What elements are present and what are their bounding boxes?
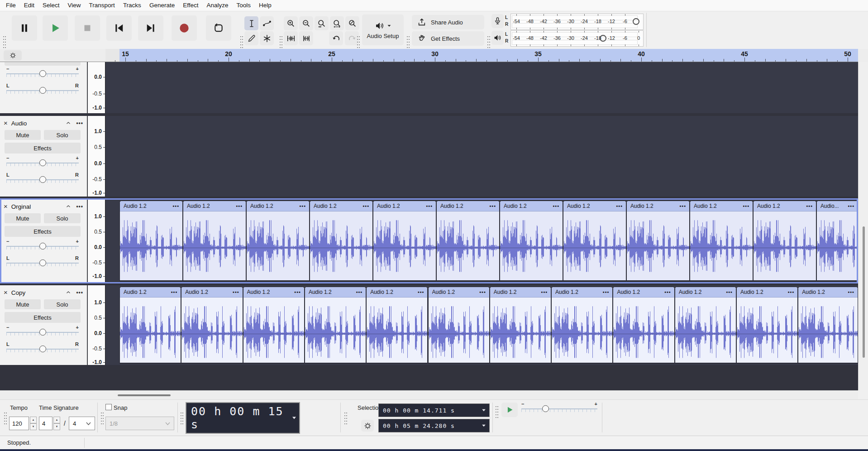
audio-clip[interactable]: Audio 1.2••• <box>246 201 310 281</box>
track-control-panel[interactable]: ×Copy•••MuteSoloEffects−+LR <box>0 285 87 365</box>
clip-body[interactable] <box>310 211 372 280</box>
playback-meter-volume-slider-thumb[interactable] <box>600 35 606 42</box>
play-at-speed-button[interactable] <box>501 403 518 417</box>
mute-button[interactable]: Mute <box>5 213 41 223</box>
audio-clip[interactable]: Audio 1.2••• <box>183 201 246 281</box>
clip-header[interactable]: Audio 1.2••• <box>183 201 246 211</box>
toolbar-grip[interactable] <box>487 35 490 49</box>
clip-menu-icon[interactable]: ••• <box>236 203 243 209</box>
clip-body[interactable] <box>181 297 242 363</box>
menu-item-select[interactable]: Select <box>38 0 64 11</box>
gain-slider[interactable]: −+ <box>6 240 79 252</box>
clip-header[interactable]: Audio 1.2••• <box>798 287 858 297</box>
effects-button[interactable]: Effects <box>5 143 81 154</box>
clip-menu-icon[interactable]: ••• <box>479 289 486 295</box>
track-control-panel[interactable]: −+LR <box>0 62 87 113</box>
time-toolbar-grip[interactable] <box>4 412 7 424</box>
toolbar-grip[interactable] <box>3 35 6 48</box>
time-format-dropdown-icon[interactable] <box>292 417 296 419</box>
clip-header[interactable]: Audio 1.2••• <box>247 201 309 211</box>
track-control-panel[interactable]: ×Audio•••MuteSoloEffects−+LR <box>0 116 87 197</box>
audio-clip[interactable]: Audio 1.2••• <box>243 287 305 364</box>
zoom-toggle-button[interactable] <box>345 16 359 30</box>
recording-meter-volume-slider-thumb[interactable] <box>633 18 639 25</box>
track-vertical-scale[interactable]: 1.00.50.0-0.5-1.0 <box>88 285 105 365</box>
clip-header[interactable]: Audio 1.2••• <box>181 287 242 297</box>
menu-item-transport[interactable]: Transport <box>85 0 119 11</box>
clip-body[interactable] <box>737 297 797 363</box>
clip-body[interactable] <box>627 211 689 280</box>
zoom-in-button[interactable] <box>284 16 298 30</box>
track-vertical-scale[interactable]: 1.00.50.0-0.5-1.0 <box>88 116 105 197</box>
pan-slider[interactable]: LR <box>6 173 79 185</box>
playback-meter-meter[interactable]: -54-48-42-36-30-24-18-12-60 <box>510 30 644 47</box>
selection-toolbar-grip[interactable] <box>344 412 347 424</box>
playback-meter-button[interactable] <box>491 31 504 45</box>
gain-slider[interactable]: −+ <box>6 67 79 79</box>
close-track-icon[interactable]: × <box>4 289 8 296</box>
pan-slider[interactable]: LR <box>6 343 79 355</box>
clip-header[interactable]: Audio 1.2••• <box>552 287 612 297</box>
slider-thumb[interactable] <box>39 87 46 94</box>
track-menu-icon[interactable]: ••• <box>76 289 83 296</box>
audio-clip[interactable]: Audio 1.2••• <box>119 201 183 281</box>
clip-header[interactable]: Audio 1.2••• <box>613 287 674 297</box>
audio-clip[interactable]: Audio 1.2••• <box>119 287 181 364</box>
mute-button[interactable]: Mute <box>5 130 41 140</box>
time-signature-upper-input[interactable] <box>39 417 52 430</box>
clip-body[interactable] <box>552 297 612 363</box>
clip-body[interactable] <box>373 211 436 280</box>
track-vertical-scale[interactable]: 1.00.50.0-0.5-1.0 <box>88 199 105 283</box>
clip-body[interactable] <box>437 211 499 280</box>
close-track-icon[interactable]: × <box>4 203 8 210</box>
menu-item-generate[interactable]: Generate <box>145 0 179 11</box>
audio-clip[interactable]: Audio 1.2••• <box>675 287 736 364</box>
clip-header[interactable]: Audio 1.2••• <box>429 287 489 297</box>
audio-setup-button[interactable]: Audio Setup <box>362 14 404 45</box>
clip-header[interactable]: Audio 1.2••• <box>627 201 689 211</box>
clip-menu-icon[interactable]: ••• <box>233 289 239 295</box>
audio-clip[interactable]: Audio 1.2••• <box>436 201 500 281</box>
clip-menu-icon[interactable]: ••• <box>726 289 733 295</box>
track-waveform-area[interactable]: Audio 1.2•••Audio 1.2•••Audio 1.2•••Audi… <box>105 199 858 283</box>
audio-clip[interactable]: Audio 1.2••• <box>563 201 626 281</box>
track-waveform-area[interactable] <box>105 62 858 113</box>
collapse-track-icon[interactable] <box>65 289 72 296</box>
clip-header[interactable]: Audio 1.2••• <box>305 287 366 297</box>
clip-menu-icon[interactable]: ••• <box>541 289 548 295</box>
audio-clip[interactable]: Audio 1.2••• <box>310 201 373 281</box>
undo-button[interactable] <box>329 31 343 45</box>
audio-clip[interactable]: Audio 1.2••• <box>428 287 490 364</box>
track-vertical-scale[interactable]: 0.0-0.5-1.0 <box>88 62 105 113</box>
audio-clip[interactable]: Audio 1.2••• <box>181 287 243 364</box>
track-control-panel[interactable]: ×Orginal•••MuteSoloEffects−+LR <box>0 199 87 283</box>
time-signature-lower-dropdown[interactable]: 4 <box>69 417 95 430</box>
menu-item-help[interactable]: Help <box>255 0 276 11</box>
track-name[interactable]: Orginal <box>11 203 31 210</box>
zoom-out-button[interactable] <box>299 16 313 30</box>
clip-header[interactable]: Audio 1.2••• <box>243 287 304 297</box>
clip-header[interactable]: Audio 1.2••• <box>563 201 626 211</box>
play-speed-slider[interactable]: −+ <box>521 403 597 414</box>
slider-thumb[interactable] <box>39 70 46 77</box>
audio-clip[interactable]: Audio 1.2••• <box>500 201 563 281</box>
audio-clip[interactable]: Audio 1.2••• <box>373 201 436 281</box>
collapse-track-icon[interactable] <box>65 203 72 210</box>
clip-menu-icon[interactable]: ••• <box>788 289 795 295</box>
audio-clip[interactable]: Audio 1.2••• <box>305 287 366 364</box>
clip-header[interactable]: Audio 1.2••• <box>367 287 427 297</box>
draw-tool-button[interactable] <box>244 31 258 45</box>
track-menu-icon[interactable]: ••• <box>76 120 83 126</box>
clip-body[interactable] <box>120 211 182 280</box>
selection-settings-button[interactable] <box>361 420 374 432</box>
slider-thumb[interactable] <box>39 159 46 166</box>
menu-item-view[interactable]: View <box>64 0 85 11</box>
clip-header[interactable]: Audio 1.2••• <box>310 201 372 211</box>
slider-thumb[interactable] <box>39 329 46 336</box>
vertical-scrollbar[interactable] <box>858 62 868 390</box>
record-button[interactable] <box>172 15 197 41</box>
clip-body[interactable] <box>563 211 626 280</box>
clip-menu-icon[interactable]: ••• <box>418 289 424 295</box>
clip-body[interactable] <box>305 297 366 363</box>
snap-checkbox[interactable] <box>105 404 112 410</box>
